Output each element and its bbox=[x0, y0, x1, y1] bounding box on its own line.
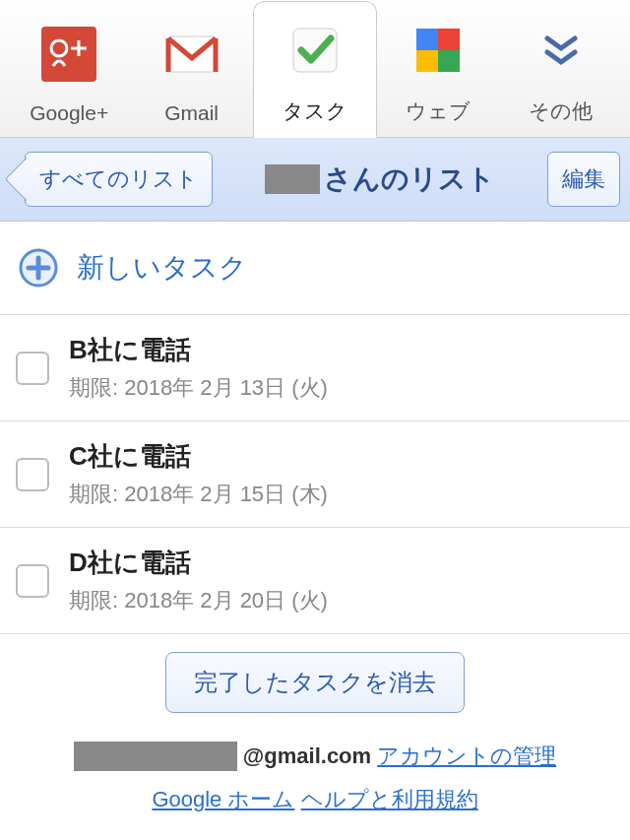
task-row[interactable]: B社に電話 期限: 2018年 2月 13日 (火) bbox=[0, 315, 630, 421]
redacted-email bbox=[74, 742, 237, 771]
tab-label: タスク bbox=[283, 97, 347, 125]
top-tabs: Google+ Gmail タスク bbox=[0, 0, 630, 138]
clear-completed-button[interactable]: 完了したタスクを消去 bbox=[165, 652, 465, 713]
copyright: ©2018 Google bbox=[0, 833, 630, 840]
edit-button[interactable]: 編集 bbox=[547, 152, 620, 207]
task-title: B社に電話 bbox=[69, 333, 614, 367]
task-content: D社に電話 期限: 2018年 2月 20日 (火) bbox=[69, 546, 614, 615]
svg-rect-9 bbox=[438, 50, 460, 72]
task-due: 期限: 2018年 2月 15日 (木) bbox=[69, 480, 614, 509]
new-task-label: 新しいタスク bbox=[77, 249, 247, 287]
google-plus-icon bbox=[41, 27, 96, 82]
tasks-icon bbox=[287, 23, 343, 78]
google-web-icon bbox=[410, 23, 466, 78]
help-terms-link[interactable]: ヘルプと利用規約 bbox=[301, 787, 478, 811]
footer: @gmail.com アカウントの管理 Google ホーム ヘルプと利用規約 … bbox=[0, 735, 630, 840]
task-checkbox[interactable] bbox=[16, 352, 49, 385]
task-row[interactable]: C社に電話 期限: 2018年 2月 15日 (木) bbox=[0, 421, 630, 528]
task-content: C社に電話 期限: 2018年 2月 15日 (木) bbox=[69, 439, 614, 509]
footer-links: Google ホーム ヘルプと利用規約 bbox=[0, 778, 630, 821]
tab-more[interactable]: その他 bbox=[500, 0, 622, 137]
tab-label: その他 bbox=[529, 97, 593, 125]
redacted-username bbox=[265, 164, 320, 194]
google-home-link[interactable]: Google ホーム bbox=[152, 787, 294, 811]
svg-rect-6 bbox=[416, 29, 438, 50]
clear-completed-row: 完了したタスクを消去 bbox=[0, 634, 630, 735]
account-manage-link[interactable]: アカウントの管理 bbox=[377, 735, 556, 778]
task-due: 期限: 2018年 2月 13日 (火) bbox=[69, 373, 614, 403]
edit-button-label: 編集 bbox=[562, 166, 605, 191]
chevrons-down-icon bbox=[534, 23, 589, 78]
footer-email-line: @gmail.com アカウントの管理 bbox=[0, 735, 630, 778]
task-content: B社に電話 期限: 2018年 2月 13日 (火) bbox=[69, 333, 614, 403]
tab-gmail[interactable]: Gmail bbox=[130, 0, 252, 137]
tab-tasks[interactable]: タスク bbox=[253, 1, 377, 138]
gmail-icon bbox=[164, 27, 220, 82]
task-due: 期限: 2018年 2月 20日 (火) bbox=[69, 586, 614, 615]
svg-rect-8 bbox=[416, 50, 438, 72]
svg-rect-0 bbox=[41, 27, 96, 82]
list-title: さんのリスト bbox=[213, 161, 547, 198]
new-task-button[interactable]: 新しいタスク bbox=[0, 222, 630, 315]
tab-label: Gmail bbox=[164, 101, 219, 125]
plus-circle-icon bbox=[18, 247, 59, 289]
svg-rect-7 bbox=[438, 29, 460, 50]
tab-label: ウェブ bbox=[406, 97, 471, 125]
back-button-label: すべてのリスト bbox=[39, 164, 198, 194]
list-title-suffix: さんのリスト bbox=[324, 161, 495, 198]
tab-label: Google+ bbox=[30, 101, 108, 125]
task-row[interactable]: D社に電話 期限: 2018年 2月 20日 (火) bbox=[0, 528, 630, 634]
back-button[interactable]: すべてのリスト bbox=[25, 152, 213, 207]
task-checkbox[interactable] bbox=[16, 564, 49, 598]
task-checkbox[interactable] bbox=[16, 458, 49, 491]
list-header: すべてのリスト さんのリスト 編集 bbox=[0, 138, 630, 222]
task-title: D社に電話 bbox=[69, 546, 614, 580]
task-title: C社に電話 bbox=[69, 439, 614, 474]
tab-google-plus[interactable]: Google+ bbox=[8, 0, 130, 137]
clear-completed-label: 完了したタスクを消去 bbox=[194, 669, 436, 695]
email-suffix: @gmail.com bbox=[243, 735, 371, 778]
tab-web[interactable]: ウェブ bbox=[377, 0, 499, 137]
